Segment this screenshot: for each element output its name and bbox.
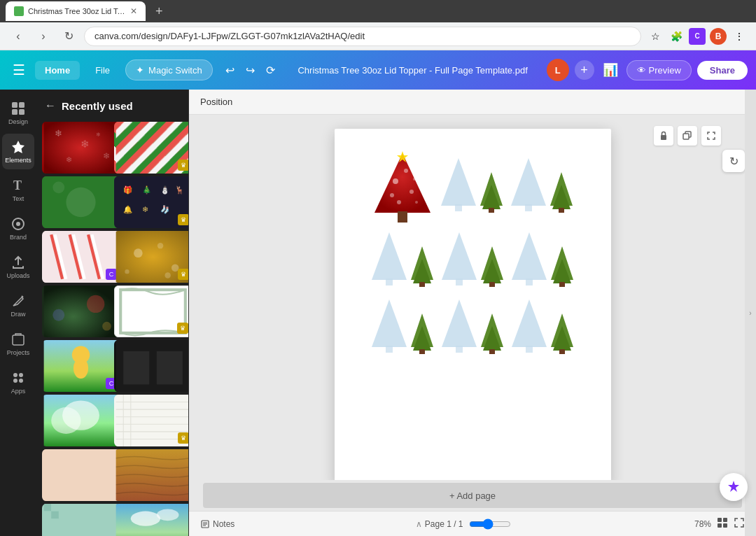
redo-button[interactable]: ↪ (241, 61, 259, 80)
page-slider[interactable] (469, 519, 511, 530)
thumbnail-16[interactable] (114, 504, 189, 536)
blue-shadow-tree-1 (440, 157, 478, 213)
sidebar-item-apps[interactable]: Apps (2, 365, 34, 400)
expand-button[interactable] (701, 126, 721, 146)
notes-button[interactable]: Notes (200, 519, 234, 529)
file-button[interactable]: File (85, 61, 120, 80)
copy-button[interactable] (678, 126, 697, 146)
browser-tab[interactable]: Christmas Tree 30oz Lid Topper ✕ (6, 1, 146, 21)
reload-button[interactable]: ↻ (59, 27, 78, 46)
svg-rect-119 (456, 278, 463, 285)
thumbnail-1[interactable]: ❄ ❄ ❄ ❄ ❄ (42, 122, 120, 174)
grid-icon (717, 517, 728, 528)
tree-pair-2 (510, 157, 574, 213)
fullscreen-button[interactable] (734, 517, 745, 530)
green-tree-2 (550, 171, 574, 213)
add-page-bar[interactable]: + Add page (203, 483, 742, 508)
sidebar-item-draw[interactable]: Draw (2, 288, 34, 323)
svg-marker-128 (372, 299, 407, 347)
thumbnail-9[interactable]: C (42, 340, 120, 392)
sidebar-item-design[interactable]: Design (2, 95, 34, 131)
thumbnail-15[interactable] (42, 504, 120, 536)
thumbnail-6[interactable]: ♛ (114, 231, 189, 283)
tree-pair-3 (370, 231, 435, 287)
thumbnail-2-badge: ♛ (178, 160, 189, 171)
svg-rect-92 (683, 134, 689, 139)
sidebar-item-text[interactable]: T Text (2, 172, 34, 208)
topbar-right: L + 📊 👁 Preview Share (547, 59, 748, 81)
browser-address-bar: ‹ › ↻ canva.com/design/DAFy1-LJFpw/ZLGGT… (0, 22, 756, 50)
thumbnail-4[interactable]: 🎁 🎄 ⛄ 🦌 🔔 ❄ 🧦 ♛ (114, 176, 189, 228)
thumbnail-11[interactable] (42, 395, 120, 446)
svg-point-49 (52, 309, 64, 321)
svg-text:🦌: 🦌 (175, 185, 185, 195)
page-controls (654, 126, 721, 146)
svg-text:🧦: 🧦 (160, 205, 170, 214)
sidebar-item-projects[interactable]: Projects (2, 326, 34, 362)
green-tree-4 (480, 245, 505, 287)
canvas-toolbar: Position (189, 90, 756, 115)
home-button[interactable]: Home (35, 61, 80, 80)
thumbnail-8[interactable]: ♛ (114, 285, 189, 337)
thumbnail-3[interactable] (42, 176, 120, 228)
topbar-center: Christmas Tree 30oz Lid Topper - Full Pa… (285, 65, 541, 76)
undo-button[interactable]: ↩ (221, 61, 239, 80)
tab-close-icon[interactable]: ✕ (130, 6, 137, 16)
sidebar-item-elements[interactable]: Elements (2, 134, 34, 169)
grid-view-button[interactable] (717, 517, 728, 530)
fullscreen-icon (734, 517, 745, 528)
extension-icon[interactable]: 🧩 (668, 28, 685, 45)
magic-star-icon: ✦ (136, 64, 144, 76)
svg-point-50 (102, 322, 111, 331)
panel-back-button[interactable]: ← (45, 99, 56, 112)
avatar-button[interactable]: L (547, 59, 569, 81)
settings-icon[interactable]: ⋮ (731, 28, 748, 45)
refresh-canvas-button[interactable]: ↻ (722, 150, 745, 172)
position-label: Position (200, 97, 232, 107)
thumbnail-2[interactable]: ♛ (114, 122, 189, 174)
svg-text:T: T (13, 178, 22, 192)
red-christmas-tree[interactable] (371, 150, 434, 220)
add-collaborator-button[interactable]: + (575, 60, 594, 80)
forward-button[interactable]: › (34, 27, 53, 46)
url-bar[interactable]: canva.com/design/DAFy1-LJFpw/ZLGGT-G07mk… (84, 27, 641, 46)
svg-rect-58 (156, 351, 182, 385)
share-button[interactable]: Share (697, 61, 748, 80)
thumbnail-12[interactable]: ♛ (114, 395, 189, 446)
svg-marker-4 (12, 141, 24, 153)
svg-rect-0 (12, 102, 18, 108)
canva-assistant-button[interactable] (720, 473, 748, 501)
green-tree-5 (550, 245, 575, 287)
lock-button[interactable] (654, 126, 673, 146)
svg-point-43 (157, 243, 162, 248)
bookmark-icon[interactable]: ☆ (647, 28, 664, 45)
menu-icon[interactable]: ☰ (8, 57, 29, 83)
back-button[interactable]: ‹ (8, 27, 28, 46)
svg-text:❄: ❄ (55, 129, 63, 139)
thumbnail-13[interactable] (42, 449, 120, 501)
svg-marker-108 (511, 158, 546, 206)
canva-topbar: ☰ Home File ✦ Magic Switch ↩ ↪ ⟳ Christm… (0, 50, 756, 90)
new-tab-button[interactable]: + (151, 3, 167, 20)
thumbnail-7[interactable] (42, 285, 120, 337)
analytics-button[interactable]: 📊 (600, 59, 621, 80)
profile-icon[interactable]: B (710, 28, 727, 45)
preview-button[interactable]: 👁 Preview (626, 60, 692, 80)
canvas-scroll[interactable]: ↻ (189, 115, 756, 480)
tab-favicon (14, 6, 24, 16)
canva-extension-icon[interactable]: C (689, 28, 706, 45)
thumbnail-14[interactable] (114, 449, 189, 501)
draw-label: Draw (10, 311, 25, 318)
tree-row-1 (349, 150, 597, 220)
sidebar-item-brand[interactable]: Brand (2, 211, 34, 246)
thumbnail-5[interactable]: C (42, 231, 120, 283)
thumbnail-10[interactable] (114, 340, 189, 392)
history-button[interactable]: ⟳ (262, 61, 279, 80)
svg-point-42 (134, 248, 143, 258)
blue-shadow-tree-5 (510, 231, 549, 287)
sidebar-item-uploads[interactable]: Uploads (2, 249, 34, 285)
right-panel-toggle[interactable]: › (745, 90, 756, 536)
svg-point-61 (62, 400, 99, 430)
magic-switch-button[interactable]: ✦ Magic Switch (125, 59, 213, 80)
canvas-right-controls: ↻ (722, 150, 745, 172)
